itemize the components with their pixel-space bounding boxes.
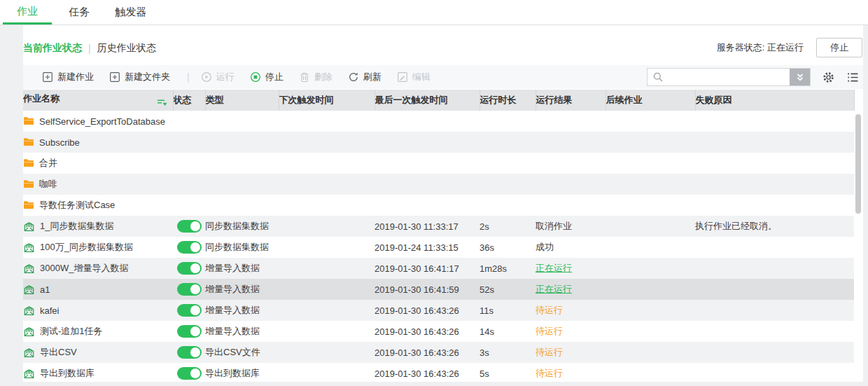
content-card: 当前作业状态 | 历史作业状态 服务器状态: 正在运行 停止 新建作业 新建文件… <box>23 25 863 382</box>
job-enabled-toggle[interactable] <box>177 220 202 233</box>
job-row[interactable]: 3000W_增量导入数据增量导入数据2019-01-30 16:41:171m2… <box>23 258 854 279</box>
cell-last-trigger: 2019-01-30 16:43:26 <box>374 342 479 363</box>
cell-follow-up <box>606 258 695 279</box>
new-folder-button[interactable]: 新建文件夹 <box>109 71 170 83</box>
stop-circle-icon <box>250 71 261 83</box>
cell-type: 增量导入数据 <box>205 258 279 279</box>
cell-result: 取消作业 <box>536 216 606 237</box>
run-result: 待运行 <box>536 347 563 357</box>
cell-fail-reason <box>695 258 854 279</box>
toolbar-divider: | <box>187 71 190 83</box>
folder-name: Subscribe <box>39 137 80 148</box>
vertical-scrollbar-thumb[interactable] <box>855 114 861 214</box>
cell-fail-reason <box>695 132 854 153</box>
cell-type <box>205 132 279 153</box>
cell-type: 增量导入数据 <box>205 321 279 342</box>
run-result[interactable]: 正在运行 <box>536 284 572 294</box>
subnav-history-status[interactable]: 历史作业状态 <box>97 42 156 55</box>
run-button[interactable]: 运行 <box>201 71 234 83</box>
cell-status <box>173 216 205 237</box>
job-enabled-toggle[interactable] <box>177 262 202 275</box>
column-header: 运行结果 <box>536 90 606 111</box>
job-row[interactable]: 导出CSV导出CSV文件2019-01-30 16:43:263s待运行 <box>23 342 854 363</box>
column-header: 状态 <box>173 90 205 111</box>
run-result[interactable]: 正在运行 <box>536 263 572 273</box>
search-input[interactable] <box>647 68 811 86</box>
cell-status <box>173 321 205 342</box>
settings-button[interactable] <box>822 71 835 84</box>
cell-name: 导出CSV <box>23 342 173 363</box>
delete-label: 删除 <box>314 71 332 83</box>
server-stop-button[interactable]: 停止 <box>816 38 862 57</box>
folder-plus-icon <box>109 71 120 83</box>
cell-last-trigger: 2019-01-30 11:33:17 <box>374 216 479 237</box>
name-sort-filter-button[interactable] <box>157 99 168 108</box>
new-job-button[interactable]: 新建作业 <box>42 71 94 83</box>
cell-follow-up <box>606 363 695 384</box>
job-row[interactable]: kafei增量导入数据2019-01-30 16:43:2611s待运行 <box>23 300 854 321</box>
job-name: kafei <box>40 305 59 316</box>
cell-status <box>173 174 205 195</box>
folder-row[interactable]: Subscribe <box>23 132 854 153</box>
cell-duration <box>479 153 536 174</box>
job-enabled-toggle[interactable] <box>177 283 202 296</box>
job-icon <box>23 305 35 317</box>
job-row[interactable]: 导出到数据库导出到数据库2019-01-30 16:43:265s待运行 <box>23 363 854 384</box>
cell-type: 导出到数据库 <box>205 363 279 384</box>
job-enabled-toggle[interactable] <box>177 325 202 338</box>
cell-follow-up <box>606 195 695 216</box>
job-enabled-toggle[interactable] <box>177 304 202 317</box>
cell-next-trigger <box>279 132 374 153</box>
edit-button[interactable]: 编辑 <box>397 71 430 83</box>
top-tab-bar: 作业 任务 触发器 <box>0 0 868 25</box>
run-result: 待运行 <box>536 368 563 378</box>
folder-row[interactable]: 咖啡 <box>23 174 854 195</box>
cell-status <box>173 363 205 384</box>
cell-status <box>173 258 205 279</box>
job-name: a1 <box>40 284 50 295</box>
cell-result <box>536 174 606 195</box>
cell-result: 待运行 <box>536 342 606 363</box>
tab-tasks[interactable]: 任务 <box>55 0 104 25</box>
tab-jobs[interactable]: 作业 <box>3 0 52 25</box>
job-row[interactable]: 测试-追加1任务增量导入数据2019-01-30 16:43:2614s待运行 <box>23 321 854 342</box>
run-result: 取消作业 <box>536 221 572 231</box>
folder-name: 合并 <box>39 157 57 170</box>
cell-name: 1_同步数据集数据 <box>23 216 173 237</box>
job-enabled-toggle[interactable] <box>177 346 202 359</box>
search-collapse-button[interactable] <box>790 69 810 85</box>
cell-follow-up <box>606 237 695 258</box>
folder-row[interactable]: 合并 <box>23 153 854 174</box>
job-row[interactable]: 1_同步数据集数据同步数据集数据2019-01-30 11:33:172s取消作… <box>23 216 854 237</box>
folder-name: SelfService_ExportToDatabase <box>39 116 165 127</box>
column-header: 下次触发时间 <box>279 90 374 111</box>
cell-result: 正在运行 <box>536 258 606 279</box>
cell-duration <box>479 111 536 132</box>
cell-duration: 52s <box>479 279 536 300</box>
refresh-icon <box>348 71 359 83</box>
tab-triggers[interactable]: 触发器 <box>106 0 155 25</box>
refresh-button[interactable]: 刷新 <box>348 71 382 83</box>
jobs-table: 作业名称状态类型下次触发时间最后一次触发时间运行时长运行结果后续作业失败原因 S… <box>23 90 855 384</box>
cell-follow-up <box>606 132 695 153</box>
cell-status <box>173 132 205 153</box>
column-header: 失败原因 <box>695 90 854 111</box>
cell-name: 3000W_增量导入数据 <box>23 258 173 279</box>
column-settings-button[interactable] <box>846 71 860 83</box>
job-row[interactable]: a1增量导入数据2019-01-30 16:41:5952s正在运行 <box>23 279 854 300</box>
folder-row[interactable]: 导数任务测试Case <box>23 195 854 216</box>
cell-type <box>205 111 279 132</box>
subnav-current-status[interactable]: 当前作业状态 <box>23 42 82 55</box>
job-row[interactable]: 100万_同步数据集数据同步数据集数据2019-01-24 11:33:1536… <box>23 237 854 258</box>
cell-result <box>536 132 606 153</box>
job-enabled-toggle[interactable] <box>177 241 202 254</box>
cell-name: 导出到数据库 <box>23 363 173 384</box>
job-enabled-toggle[interactable] <box>177 367 202 380</box>
column-header-label: 运行时长 <box>480 95 517 105</box>
cell-result: 待运行 <box>536 321 606 342</box>
delete-button[interactable]: 删除 <box>299 71 332 83</box>
folder-row[interactable]: SelfService_ExportToDatabase <box>23 111 854 132</box>
job-name: 1_同步数据集数据 <box>40 220 113 233</box>
stop-button[interactable]: 停止 <box>250 71 284 83</box>
cell-follow-up <box>606 153 695 174</box>
